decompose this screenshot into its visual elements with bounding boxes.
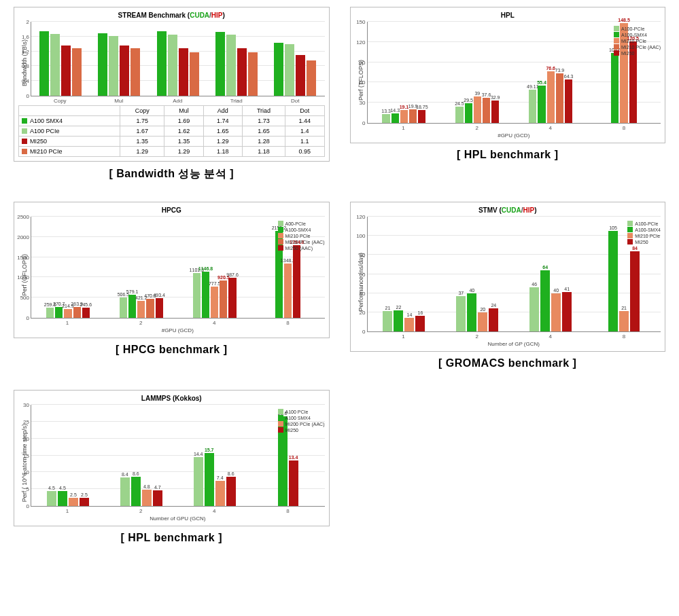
- table-cell: 0.95: [285, 147, 324, 157]
- hpl-panel: HPLPerf (TFLOPS)030609012015013.314.319.…: [350, 7, 666, 181]
- table-cell: 1.69: [164, 116, 203, 126]
- hpcg-bar: 214.9: [64, 309, 71, 318]
- legend-swatch: [278, 221, 283, 226]
- stream-bar: [109, 36, 118, 96]
- table-cell: 1.65: [242, 126, 285, 137]
- legend-item: A100-PCIe: [627, 221, 661, 226]
- gromacs-bar: 20: [478, 312, 487, 331]
- legend-swatch: [278, 239, 283, 244]
- legend-swatch: [627, 239, 633, 244]
- stream-bar: [39, 31, 49, 96]
- stream-plot: 00.40.81.21.62: [31, 22, 325, 96]
- table-cell: 1.35: [120, 137, 164, 147]
- hpl-bar: 32.9: [491, 101, 499, 123]
- stream-bar: [248, 52, 258, 96]
- legend-swatch: [22, 139, 27, 144]
- stream-group: [90, 22, 148, 96]
- gromacs-bar: 64: [540, 270, 550, 331]
- table-cell: 1.62: [164, 126, 203, 137]
- hpcg-bar: 1794.8: [293, 245, 300, 318]
- hpcg-bar: 777.5: [211, 287, 218, 318]
- hpl-bar: 55.4: [538, 86, 545, 123]
- hpl-bar: 103.6: [611, 53, 619, 123]
- lammps-bar: 15.7: [205, 453, 214, 506]
- lammps-legend: A100 PCIeA100 SMX4MI200 PCIe (AAC)MI250: [278, 408, 325, 433]
- gromacs-bar: 40: [467, 293, 476, 331]
- table-cell: 1.18: [203, 147, 242, 157]
- stream-bar: [307, 60, 316, 96]
- table-row: A100 PCIe1.671.621.651.651.4: [19, 126, 325, 137]
- lammps-bar: 7.4: [215, 481, 225, 506]
- lammps-bar: 14.4: [194, 457, 203, 506]
- hpl-title: HPL: [355, 12, 661, 19]
- table-cell: 1.74: [203, 116, 242, 126]
- hpcg-xlabel: #GPU (GCD): [31, 326, 325, 333]
- stream-group: [266, 22, 324, 96]
- legend-swatch: [627, 221, 633, 226]
- hpl-group: 49.1155.476.673.964.3: [514, 22, 587, 123]
- gromacs-bar: 40: [551, 293, 561, 331]
- stream-bar: [296, 55, 305, 96]
- table-cell: 1.18: [242, 147, 285, 157]
- stream-bar: [98, 33, 107, 96]
- gromacs-group: 37402024: [440, 217, 514, 331]
- stream-bar: [285, 44, 294, 96]
- hpcg-caption: [ HPCG benchmark ]: [116, 344, 228, 356]
- hpcg-group: 1101.31146.8777.5920.5987.6: [178, 217, 251, 318]
- lammps-bar: 4.5: [58, 491, 67, 506]
- hpl-chart: HPLPerf (TFLOPS)030609012015013.314.319.…: [350, 7, 666, 143]
- table-cell: 1.29: [120, 147, 164, 157]
- legend-swatch: [278, 427, 283, 433]
- stream-table: CopyMulAddTriadDotA100 SMX41.751.691.741…: [18, 105, 325, 157]
- stream-bar: [120, 46, 129, 96]
- legend-swatch: [614, 26, 619, 31]
- legend-item: MI250 (AAC): [278, 245, 325, 251]
- gromacs-bar: 14: [404, 318, 414, 331]
- hpcg-bar: 470.8: [146, 299, 154, 318]
- table-cell: 1.73: [242, 116, 285, 126]
- legend-swatch: [22, 149, 27, 154]
- legend-item: MI250: [627, 239, 661, 244]
- hpl-bar: 39: [474, 96, 481, 123]
- hpcg-panel: HPCGPerf (GFLOPS)05001000150020002500259…: [14, 202, 330, 369]
- stream-group: [31, 22, 90, 96]
- lammps-bar: 8.6: [131, 477, 141, 506]
- hpl-bar: 37.6: [483, 98, 490, 123]
- legend-item: A100 PCIe: [278, 409, 325, 414]
- legend-swatch: [614, 44, 619, 50]
- hpl-bar: 18.75: [418, 110, 425, 123]
- stream-bar: [157, 31, 167, 96]
- hpcg-bar: 270.7: [55, 307, 63, 318]
- lammps-bar: 8.4: [120, 477, 130, 506]
- gromacs-bar: 21: [383, 311, 392, 331]
- stream-group: [207, 22, 266, 96]
- hpcg-bar: 259.3: [46, 308, 54, 318]
- lammps-bar: 2.5: [69, 498, 78, 506]
- legend-swatch: [278, 421, 283, 427]
- legend-swatch: [627, 233, 633, 238]
- legend-item: MI250: [278, 427, 325, 433]
- table-cell: 1.1: [285, 137, 324, 147]
- stream-group: [149, 22, 207, 96]
- stream-bar: [130, 48, 140, 96]
- legend-item: A100-PCIe: [614, 26, 661, 31]
- stream-bar: [179, 48, 188, 96]
- hpl-bar: 49.11: [529, 90, 536, 123]
- gromacs-bar: 37: [456, 296, 466, 331]
- table-cell: 1.65: [203, 126, 242, 137]
- stream-title: STREAM Benchmark (CUDA/HIP): [18, 12, 325, 19]
- lammps-bar: 13.4: [289, 460, 298, 506]
- lammps-title: LAMMPS (Kokkos): [18, 395, 325, 402]
- gromacs-legend: A100-PCIeA100-SMX4MI210 PCIeMI250: [627, 220, 661, 245]
- hpl-group: 24.529.53937.632.9: [440, 22, 514, 123]
- lammps-caption: [ HPL benchmark ]: [120, 532, 222, 544]
- legend-item: MI210 PCIe (AAC): [614, 44, 661, 50]
- legend-item: A100-SMX4: [627, 227, 661, 232]
- stream-bar: [215, 32, 225, 96]
- hpl-bar: 19.9: [409, 109, 417, 123]
- gromacs-xlabel: Number of GP (GCN): [367, 340, 661, 347]
- hpl-bar: 29.5: [465, 103, 472, 123]
- stream-bar: [168, 35, 177, 96]
- legend-item: A100-SMX4: [278, 227, 325, 232]
- gromacs-panel: STMV (CUDA/HIP)Performance (ns/day)02040…: [350, 202, 666, 369]
